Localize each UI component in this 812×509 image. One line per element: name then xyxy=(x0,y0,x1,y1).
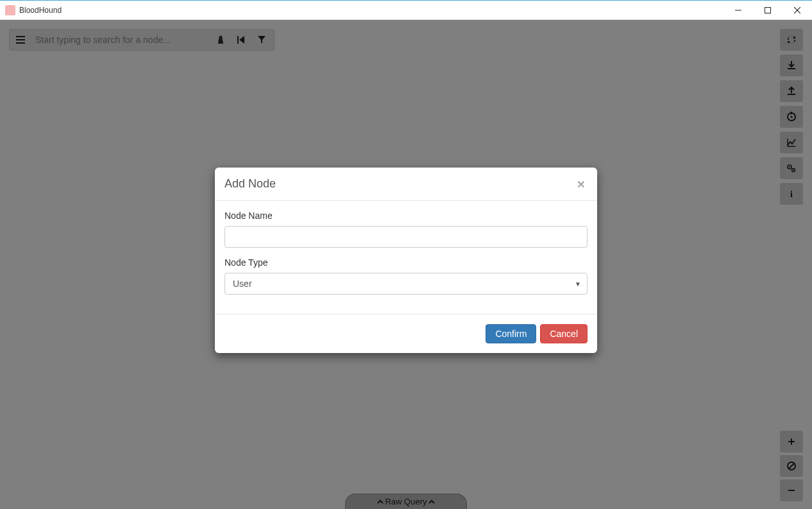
app-area: i Raw Query xyxy=(0,20,812,509)
app-icon xyxy=(5,5,15,15)
modal-header: Add Node × xyxy=(215,168,597,201)
window-title: BloodHound xyxy=(19,6,62,15)
close-button[interactable] xyxy=(782,1,812,19)
minimize-icon xyxy=(735,7,741,13)
window-titlebar: BloodHound xyxy=(0,0,812,20)
window-controls xyxy=(723,1,812,19)
modal-body: Node Name Node Type User ▼ xyxy=(215,201,597,314)
modal-footer: Confirm Cancel xyxy=(215,314,597,353)
node-type-select[interactable]: User xyxy=(224,273,588,295)
node-name-input[interactable] xyxy=(224,226,588,248)
node-type-label: Node Type xyxy=(224,257,588,268)
minimize-button[interactable] xyxy=(723,1,753,19)
confirm-button[interactable]: Confirm xyxy=(486,324,536,343)
maximize-icon xyxy=(765,7,771,13)
cancel-button[interactable]: Cancel xyxy=(540,324,588,343)
maximize-button[interactable] xyxy=(753,1,782,19)
node-type-group: Node Type User ▼ xyxy=(224,257,588,295)
node-name-label: Node Name xyxy=(224,211,588,221)
node-name-group: Node Name xyxy=(224,211,588,248)
modal-title: Add Node xyxy=(224,177,276,191)
add-node-modal: Add Node × Node Name Node Type User ▼ xyxy=(215,168,597,353)
close-icon xyxy=(794,7,800,13)
modal-overlay: Add Node × Node Name Node Type User ▼ xyxy=(0,20,812,509)
modal-close-button[interactable]: × xyxy=(575,177,588,191)
svg-rect-1 xyxy=(765,7,771,13)
